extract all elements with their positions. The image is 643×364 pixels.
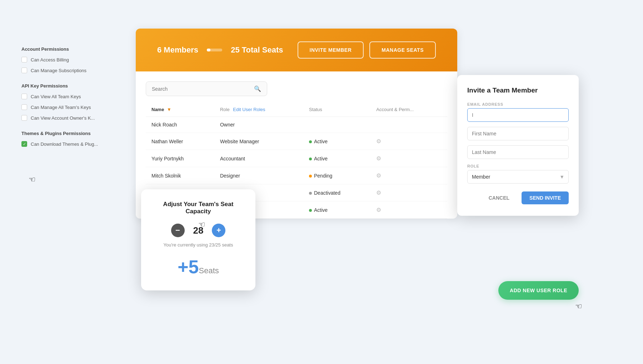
- search-bar[interactable]: 🔍: [146, 81, 267, 96]
- members-count: 6 Members: [157, 45, 198, 55]
- api-key-permissions-title: API Key Permissions: [21, 83, 114, 89]
- gear-icon[interactable]: ⚙: [376, 155, 381, 161]
- cursor-icon: ☜: [29, 175, 36, 184]
- sidebar-item-billing[interactable]: Can Access Billing: [21, 57, 114, 63]
- download-themes-checkbox[interactable]: [21, 141, 27, 147]
- gear-icon[interactable]: ⚙: [376, 138, 381, 144]
- sidebar-item-owner-keys[interactable]: Can View Account Owner's K...: [21, 115, 114, 121]
- role-label: ROLE: [467, 164, 569, 168]
- first-name-input[interactable]: [467, 127, 569, 140]
- owner-keys-label: Can View Account Owner's K...: [31, 115, 95, 121]
- cell-gear: ⚙: [370, 201, 447, 219]
- increase-seats-button[interactable]: +: [212, 224, 225, 237]
- subscriptions-checkbox[interactable]: [21, 68, 27, 73]
- cancel-button[interactable]: CANCEL: [481, 191, 517, 204]
- cell-status: Pending: [303, 167, 370, 184]
- seat-count-value: 28: [193, 225, 204, 236]
- sidebar: Account Permissions Can Access Billing C…: [21, 46, 114, 157]
- owner-keys-checkbox[interactable]: [21, 115, 27, 121]
- account-permissions-title: Account Permissions: [21, 46, 114, 52]
- cell-name: Nathan Weller: [146, 133, 214, 150]
- cell-status: Active: [303, 150, 370, 167]
- sidebar-item-view-all-keys[interactable]: Can View All Team Keys: [21, 94, 114, 99]
- invite-member-button[interactable]: INVITE MEMBER: [298, 41, 364, 59]
- seats-bar-fill: [207, 49, 210, 51]
- table-row: Nick RoachOwner: [146, 117, 447, 133]
- view-all-keys-label: Can View All Team Keys: [31, 94, 81, 99]
- cell-status: Active: [303, 201, 370, 219]
- billing-checkbox[interactable]: [21, 57, 27, 63]
- send-invite-button[interactable]: SEND INVITE: [522, 191, 569, 204]
- cell-gear: ⚙: [370, 150, 447, 167]
- manage-keys-checkbox[interactable]: [21, 104, 27, 110]
- seats-bar: [207, 49, 222, 51]
- sort-icon[interactable]: ▼: [167, 107, 171, 112]
- gear-icon[interactable]: ⚙: [376, 173, 381, 179]
- gear-icon[interactable]: ⚙: [376, 207, 381, 213]
- add-new-user-role-button[interactable]: ADD NEW USER ROLE: [498, 281, 579, 300]
- cell-role: Accountant: [214, 150, 303, 167]
- sidebar-item-subscriptions[interactable]: Can Manage Subscriptions: [21, 68, 114, 73]
- api-key-permissions-section: API Key Permissions Can View All Team Ke…: [21, 83, 114, 121]
- seat-usage-text: You're currently using 23/25 seats: [154, 242, 243, 248]
- cell-role: Owner: [214, 117, 303, 133]
- sidebar-item-manage-keys[interactable]: Can Manage All Team's Keys: [21, 104, 114, 110]
- seat-popup-title: Adjust Your Team's Seat Capacity: [154, 201, 243, 215]
- view-all-keys-checkbox[interactable]: [21, 94, 27, 99]
- subscriptions-label: Can Manage Subscriptions: [31, 68, 86, 73]
- cell-status: [303, 117, 370, 133]
- gear-icon[interactable]: ⚙: [376, 190, 381, 196]
- cell-gear: ⚙: [370, 167, 447, 184]
- role-select-wrap: Member Admin Owner ▼: [467, 170, 569, 184]
- cell-name: Mitch Skolnik: [146, 167, 214, 184]
- cell-gear: ⚙: [370, 184, 447, 201]
- search-input[interactable]: [152, 86, 254, 92]
- table-row: Mitch SkolnikDesignerPending⚙: [146, 167, 447, 184]
- seat-delta-value: 5: [189, 256, 199, 277]
- seat-delta-unit: Seats: [199, 266, 219, 275]
- seat-delta: +5Seats: [154, 256, 243, 278]
- cursor-role-icon: ☜: [575, 302, 582, 311]
- manage-keys-label: Can Manage All Team's Keys: [31, 105, 91, 110]
- cell-name: Yuriy Portnykh: [146, 150, 214, 167]
- table-row: Yuriy PortnykhAccountantActive⚙: [146, 150, 447, 167]
- seat-counter: − 28 +: [154, 224, 243, 237]
- seat-delta-sign: +: [178, 256, 188, 277]
- cell-gear: ⚙: [370, 133, 447, 150]
- status-dot: [309, 140, 312, 143]
- cell-role: Designer: [214, 167, 303, 184]
- cell-role: Website Manager: [214, 133, 303, 150]
- email-label: EMAIL ADDRESS: [467, 102, 569, 106]
- invite-modal: Invite a Team Member EMAIL ADDRESS ROLE …: [457, 75, 579, 216]
- cell-status: Active: [303, 133, 370, 150]
- total-seats: 25 Total Seats: [231, 45, 283, 55]
- status-dot: [309, 175, 312, 178]
- billing-label: Can Access Billing: [31, 57, 69, 63]
- header-buttons: INVITE MEMBER MANAGE SEATS: [298, 41, 436, 59]
- cell-gear: [370, 117, 447, 133]
- manage-seats-button[interactable]: MANAGE SEATS: [369, 41, 436, 59]
- themes-permissions-title: Themes & Plugins Permissions: [21, 131, 114, 136]
- cell-status: Deactivated: [303, 184, 370, 201]
- decrease-seats-button[interactable]: −: [171, 224, 185, 237]
- col-account: Account & Perm...: [370, 104, 447, 117]
- table-row: Nathan WellerWebsite ManagerActive⚙: [146, 133, 447, 150]
- edit-user-roles-link[interactable]: Edit User Roles: [233, 107, 265, 112]
- download-themes-label: Can Download Themes & Plug...: [31, 141, 98, 147]
- cell-name: Nick Roach: [146, 117, 214, 133]
- status-dot: [309, 158, 312, 160]
- role-select[interactable]: Member Admin Owner: [467, 170, 569, 184]
- modal-actions: CANCEL SEND INVITE: [467, 191, 569, 204]
- sidebar-item-download-themes[interactable]: Can Download Themes & Plug...: [21, 141, 114, 147]
- col-name: Name ▼: [146, 104, 214, 117]
- last-name-input[interactable]: [467, 145, 569, 159]
- col-status: Status: [303, 104, 370, 117]
- status-dot: [309, 209, 312, 212]
- seats-info: 6 Members 25 Total Seats: [157, 45, 283, 55]
- col-role: Role Edit User Roles: [214, 104, 303, 117]
- account-permissions-section: Account Permissions Can Access Billing C…: [21, 46, 114, 73]
- orange-header: 6 Members 25 Total Seats INVITE MEMBER M…: [136, 29, 457, 71]
- status-dot: [309, 192, 312, 195]
- email-input[interactable]: [467, 108, 569, 122]
- search-icon: 🔍: [254, 85, 261, 92]
